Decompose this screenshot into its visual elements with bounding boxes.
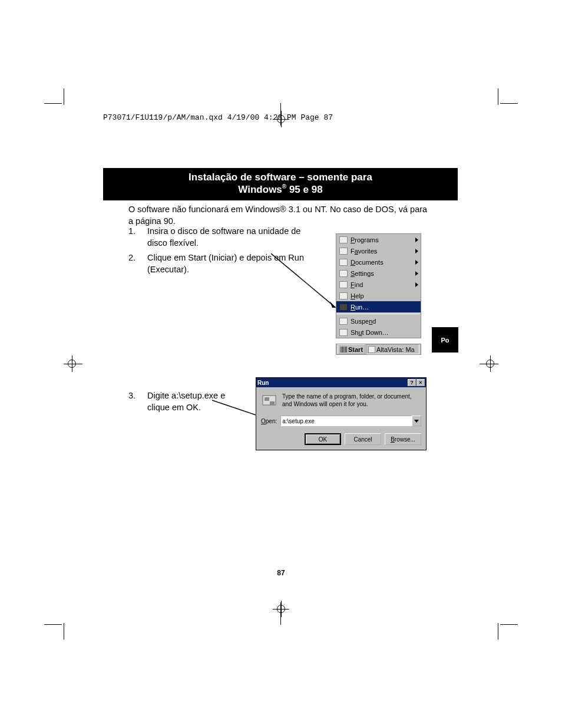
help-button[interactable]: ?	[408, 379, 416, 386]
settings-icon	[339, 269, 348, 278]
menu-label: Settings	[351, 270, 374, 277]
run-description: Type the name of a program, folder, or d…	[282, 393, 421, 408]
menu-label: Find	[351, 281, 363, 288]
menu-label: Shut Down…	[351, 329, 389, 336]
start-menu-help[interactable]: Help	[336, 290, 421, 301]
suspend-icon	[339, 317, 348, 326]
submenu-arrow-icon	[415, 249, 418, 253]
menu-label: Documents	[351, 259, 384, 266]
start-menu-favorites[interactable]: Favorites	[336, 245, 421, 256]
submenu-arrow-icon	[415, 282, 418, 287]
programs-icon	[339, 235, 348, 245]
step-text: Insira o disco de software na unidade de…	[147, 226, 305, 249]
svg-rect-6	[270, 401, 275, 405]
step-number: 3.	[128, 390, 147, 413]
start-menu-suspend[interactable]: Suspend	[336, 315, 421, 327]
documents-icon	[339, 258, 348, 267]
menu-label: Help	[351, 292, 364, 299]
start-menu-shutdown[interactable]: Shut Down…	[336, 327, 421, 338]
submenu-arrow-icon	[415, 260, 418, 265]
start-menu-settings[interactable]: Settings	[336, 268, 421, 279]
registration-mark	[482, 355, 498, 372]
ie-icon	[368, 346, 375, 353]
menu-label: Programs	[351, 236, 379, 243]
run-app-icon	[261, 393, 277, 410]
start-menu-find[interactable]: Find	[336, 279, 421, 290]
title-line1: Instalação de software – somente para	[189, 172, 372, 183]
start-button[interactable]: Start	[338, 344, 365, 354]
menu-label: Favorites	[351, 248, 377, 255]
intro-paragraph: O software não funcionará em Windows® 3.…	[128, 204, 429, 227]
run-title-text: Run	[257, 380, 269, 386]
open-label: Open:	[261, 418, 277, 424]
start-label: Start	[348, 346, 363, 353]
find-icon	[339, 280, 348, 289]
close-button[interactable]: ×	[416, 379, 425, 386]
open-dropdown-button[interactable]	[412, 416, 421, 426]
task-label: AltaVista: Ma	[376, 346, 415, 353]
start-menu: Programs Favorites Documents Settings Fi…	[336, 233, 421, 338]
step-number: 2.	[128, 252, 147, 275]
step-1: 1. Insira o disco de software na unidade…	[128, 226, 305, 249]
registration-mark	[64, 355, 80, 372]
ok-button[interactable]: OK	[305, 433, 341, 445]
svg-rect-5	[265, 397, 269, 401]
cancel-button[interactable]: Cancel	[345, 433, 381, 445]
submenu-arrow-icon	[415, 238, 418, 242]
title-line2a: Windows	[238, 184, 282, 195]
step-number: 1.	[128, 226, 147, 249]
title-line2b: 95 e 98	[286, 184, 322, 195]
svg-line-0	[271, 253, 336, 308]
section-title: Instalação de software – somente para Wi…	[103, 168, 458, 200]
menu-separator	[336, 314, 421, 314]
submenu-arrow-icon	[415, 271, 418, 276]
favorites-icon	[339, 246, 348, 256]
taskbar: Start AltaVista: Ma	[336, 344, 421, 355]
start-menu-documents[interactable]: Documents	[336, 256, 421, 268]
start-menu-programs[interactable]: Programs	[336, 234, 421, 245]
page-number: 87	[0, 569, 562, 577]
taskbar-task[interactable]: AltaVista: Ma	[366, 344, 419, 354]
run-dialog: Run ? × Type the name of a program, fold…	[256, 377, 427, 450]
print-header: P73071/F1U119/p/AM/man.qxd 4/19/00 4:28 …	[103, 113, 333, 122]
menu-label: Run…	[351, 304, 369, 311]
registration-mark	[273, 601, 289, 617]
shutdown-icon	[339, 328, 348, 337]
browse-button[interactable]: Browse...	[385, 433, 421, 445]
windows-logo-icon	[340, 347, 347, 353]
menu-label: Suspend	[351, 318, 376, 325]
run-icon	[339, 302, 348, 312]
help-icon	[339, 291, 348, 301]
start-menu-run[interactable]: Run…	[336, 301, 421, 312]
open-input[interactable]	[280, 416, 412, 426]
run-titlebar: Run ? ×	[256, 378, 426, 387]
language-tab: Po	[432, 327, 458, 353]
